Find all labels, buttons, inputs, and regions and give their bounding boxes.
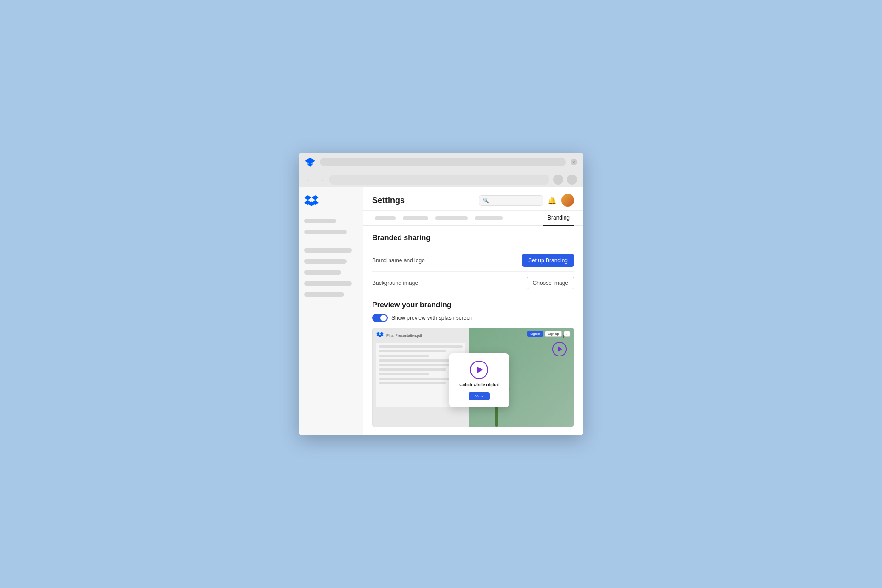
brand-name-logo-row: Brand name and logo Set up Branding [372,249,574,272]
modal-play-icon [477,366,483,373]
background-image-row: Background image Choose image [372,272,574,294]
notification-bell-icon[interactable]: 🔔 [548,196,557,205]
sidebar-item-1[interactable] [304,219,336,223]
preview-line-1 [379,345,463,348]
preview-line-7 [379,373,429,375]
sidebar-item-5[interactable] [304,270,341,275]
browser-nav-bar: ← → [299,172,583,187]
preview-file-header: Final Presentation.pdf [376,332,465,339]
preview-dropbox-icon [376,332,384,339]
tabs-row: Branding [363,211,583,226]
nav-profile-icon [553,175,563,185]
tab-branding[interactable]: Branding [543,211,574,226]
tab-placeholder-4 [475,216,503,220]
browser-address-bar [320,158,566,166]
background-image-label: Background image [372,280,418,286]
sidebar [299,187,363,435]
modal-view-button[interactable]: View [469,392,489,400]
tab-placeholder-1 [375,216,396,220]
toggle-label: Show preview with splash screen [391,315,473,321]
sidebar-item-6[interactable] [304,281,352,286]
tab-placeholder-2 [403,216,428,220]
toggle-knob [380,315,387,321]
browser-chrome: × ← → [299,153,583,187]
preview-brand-icon [552,342,567,356]
preview-filename: Final Presentation.pdf [386,334,422,338]
preview-line-3 [379,355,429,357]
user-avatar[interactable] [561,194,574,207]
main-content: Settings 🔍 🔔 Branding [363,187,583,435]
setup-branding-button[interactable]: Set up Branding [522,254,574,267]
nav-forward-button[interactable]: → [317,175,325,184]
preview-line-9 [379,382,446,384]
preview-download-button[interactable]: ↓ [564,331,570,337]
preview-section: Preview your branding Show preview with … [372,301,574,427]
preview-line-5 [379,364,454,366]
nav-back-button[interactable]: ← [305,175,313,184]
choose-image-button[interactable]: Choose image [527,277,574,289]
browser-window: × ← → [299,153,583,435]
toggle-row: Show preview with splash screen [372,314,574,322]
preview-line-6 [379,368,446,371]
sidebar-item-3[interactable] [304,248,352,253]
tab-placeholder-3 [435,216,468,220]
nav-extra-icon [567,175,577,185]
header-right: 🔍 🔔 [479,194,574,207]
sidebar-item-4[interactable] [304,259,347,264]
settings-header: Settings 🔍 🔔 [363,187,583,211]
preview-signin-button[interactable]: Sign in [527,331,543,337]
sidebar-item-2[interactable] [304,230,347,234]
preview-area: Final Presentation.pdf [372,328,574,427]
brand-name-logo-label: Brand name and logo [372,257,425,264]
close-button[interactable]: × [571,159,577,165]
preview-inner: Final Presentation.pdf [373,328,574,427]
sidebar-logo [304,195,357,209]
app-content: Settings 🔍 🔔 Branding [299,187,583,435]
settings-body: Branded sharing Brand name and logo Set … [363,226,583,435]
search-icon: 🔍 [483,198,489,204]
search-box[interactable]: 🔍 [479,195,543,206]
modal-brand-name: Cobalt Circle Digital [455,382,503,387]
branded-sharing-title: Branded sharing [372,234,574,242]
preview-title: Preview your branding [372,301,574,309]
preview-signup-button[interactable]: Sign up [545,331,562,337]
url-bar[interactable] [329,175,549,185]
modal-logo-circle [470,360,488,379]
page-title: Settings [372,196,405,205]
preview-top-bar: Sign in Sign up ↓ [527,331,570,337]
browser-titlebar: × [299,153,583,172]
preview-line-2 [379,350,446,352]
dropbox-logo-icon [304,195,319,208]
splash-screen-toggle[interactable] [372,314,388,322]
brand-modal-card: Cobalt Circle Digital View [449,353,509,407]
sidebar-item-7[interactable] [304,292,344,297]
dropbox-favicon-icon [305,157,315,167]
